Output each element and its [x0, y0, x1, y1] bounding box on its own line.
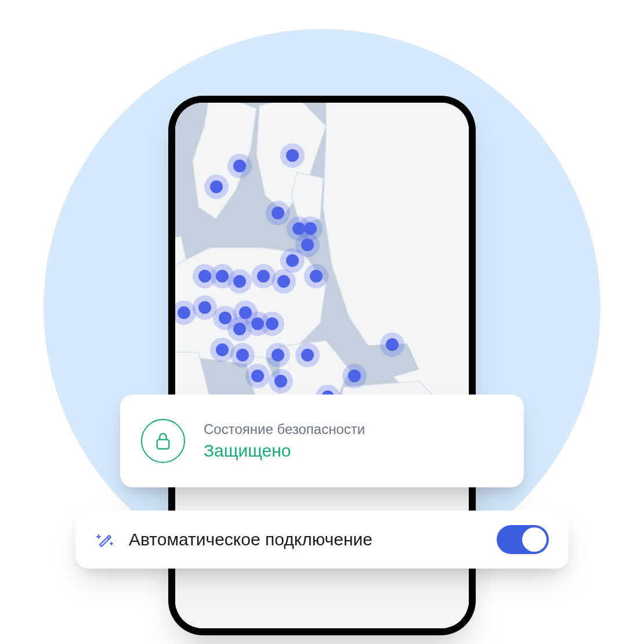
server-dot[interactable]	[198, 270, 211, 283]
server-dot[interactable]	[233, 323, 246, 335]
status-value: Защищено	[204, 441, 365, 461]
status-label: Состояние безопасности	[204, 421, 365, 437]
server-dot[interactable]	[198, 301, 211, 314]
toggle-knob	[522, 527, 547, 552]
server-dot[interactable]	[274, 375, 287, 388]
security-status-card: Состояние безопасности Защищено	[120, 395, 524, 487]
server-dot[interactable]	[348, 370, 361, 382]
server-dot[interactable]	[272, 349, 284, 361]
server-dot[interactable]	[236, 349, 249, 361]
autoconnect-label: Автоматическое подключение	[129, 530, 372, 549]
status-text-group: Состояние безопасности Защищено	[204, 421, 365, 461]
server-dot[interactable]	[301, 238, 314, 251]
server-dot[interactable]	[301, 349, 314, 361]
server-dot[interactable]	[386, 338, 399, 351]
server-dot[interactable]	[210, 180, 223, 193]
autoconnect-toggle[interactable]	[497, 525, 549, 554]
server-dot[interactable]	[178, 306, 190, 319]
server-dot[interactable]	[216, 270, 229, 283]
autoconnect-card: Автоматическое подключение	[75, 511, 569, 569]
server-dot[interactable]	[216, 343, 229, 356]
server-dot[interactable]	[251, 370, 264, 382]
server-dot[interactable]	[286, 149, 299, 162]
autoconnect-left: Автоматическое подключение	[95, 530, 372, 549]
server-dot[interactable]	[257, 270, 270, 283]
server-dot[interactable]	[266, 317, 278, 330]
server-dot[interactable]	[286, 254, 299, 267]
server-dot[interactable]	[277, 275, 290, 288]
server-dot[interactable]	[272, 207, 284, 219]
server-dot[interactable]	[233, 160, 246, 172]
server-dot[interactable]	[310, 270, 323, 283]
lock-icon	[155, 432, 171, 450]
svg-rect-1	[157, 440, 169, 449]
magic-wand-icon	[95, 530, 115, 549]
server-dot[interactable]	[233, 275, 246, 288]
lock-icon-circle	[141, 419, 185, 463]
